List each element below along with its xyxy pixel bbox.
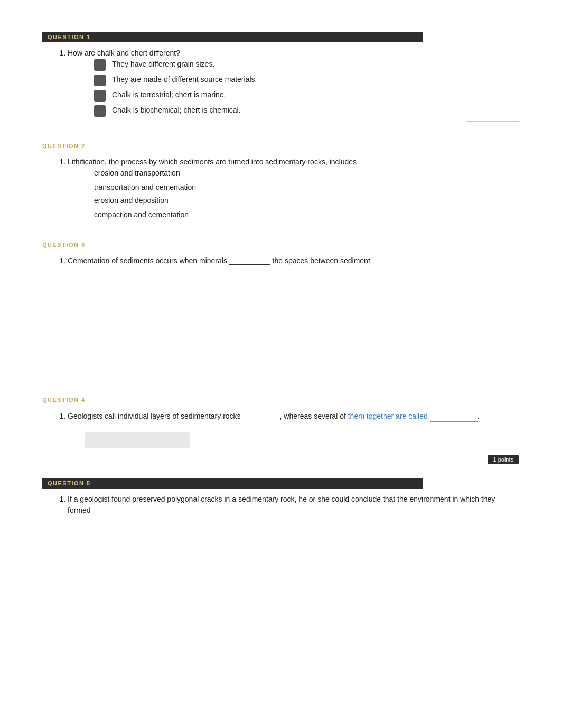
question-5-text: If a geologist found preserved polygonal… bbox=[68, 495, 495, 514]
q1-radio-c[interactable] bbox=[94, 90, 106, 102]
question-1-list: How are chalk and chert different? They … bbox=[58, 48, 519, 117]
question-4-header: QUESTION 4 bbox=[42, 394, 519, 405]
question-4-content: Geologists call individual layers of sed… bbox=[42, 410, 519, 448]
question-4-block: QUESTION 4 Geologists call individual la… bbox=[42, 394, 519, 459]
q1-radio-a[interactable] bbox=[94, 59, 106, 71]
question-5-block: QUESTION 5 If a geologist found preserve… bbox=[42, 478, 519, 516]
question-5-item: If a geologist found preserved polygonal… bbox=[68, 494, 519, 516]
question-2-item: Lithification, the process by which sedi… bbox=[68, 156, 519, 220]
q1-option-c-text: Chalk is terrestrial; chert is marine. bbox=[112, 89, 519, 100]
q4-answer-placeholder bbox=[85, 432, 190, 448]
q2-option-c[interactable]: erosion and deposition bbox=[94, 195, 519, 206]
q2-option-b-text: transportation and cementation bbox=[94, 182, 519, 193]
question-3-content: Cementation of sediments occurs when min… bbox=[42, 255, 519, 375]
question-3-answer-area bbox=[58, 270, 519, 375]
q1-option-b[interactable]: They are made of different source materi… bbox=[94, 74, 519, 86]
question-1-content: How are chalk and chert different? They … bbox=[42, 48, 519, 122]
question-2-options: erosion and transportation transportatio… bbox=[68, 168, 519, 220]
q1-option-b-text: They are made of different source materi… bbox=[112, 74, 519, 85]
q2-option-c-text: erosion and deposition bbox=[94, 195, 519, 206]
q1-radio-b[interactable] bbox=[94, 75, 106, 86]
question-2-content: Lithification, the process by which sedi… bbox=[42, 156, 519, 220]
question-3-header: QUESTION 3 bbox=[42, 239, 519, 250]
q1-option-d-text: Chalk is biochemical; chert is chemical. bbox=[112, 105, 519, 116]
question-1-options: They have different grain sizes. They ar… bbox=[68, 59, 519, 117]
q4-highlighted-them: them bbox=[348, 412, 364, 420]
question-3-item: Cementation of sediments occurs when min… bbox=[68, 255, 519, 266]
question-4-list: Geologists call individual layers of sed… bbox=[58, 410, 519, 422]
question-5-header: QUESTION 5 bbox=[42, 478, 519, 489]
question-4-label: QUESTION 4 bbox=[42, 394, 423, 405]
question-3-block: QUESTION 3 Cementation of sediments occu… bbox=[42, 239, 519, 375]
question-1-header: QUESTION 1 bbox=[42, 32, 519, 42]
q4-points-badge: 1 points bbox=[488, 455, 519, 464]
question-1-item: How are chalk and chert different? They … bbox=[68, 48, 519, 117]
q2-option-a-text: erosion and transportation bbox=[94, 168, 519, 179]
question-1-text: How are chalk and chert different? bbox=[68, 49, 180, 57]
q1-radio-d[interactable] bbox=[94, 105, 106, 117]
question-3-label: QUESTION 3 bbox=[42, 239, 423, 250]
question-2-list: Lithification, the process by which sedi… bbox=[58, 156, 519, 220]
question-4-text: Geologists call individual layers of sed… bbox=[68, 412, 480, 420]
q2-option-d[interactable]: compaction and cementation bbox=[94, 209, 519, 220]
question-5-content: If a geologist found preserved polygonal… bbox=[42, 494, 519, 516]
question-3-text: Cementation of sediments occurs when min… bbox=[68, 256, 370, 265]
q1-option-a-text: They have different grain sizes. bbox=[112, 59, 519, 70]
q4-highlighted-together: together are called bbox=[367, 412, 428, 420]
q4-blank bbox=[430, 410, 478, 422]
question-2-text: Lithification, the process by which sedi… bbox=[68, 158, 357, 166]
q2-option-b[interactable]: transportation and cementation bbox=[94, 182, 519, 193]
question-1-block: QUESTION 1 How are chalk and chert diffe… bbox=[42, 32, 519, 122]
question-3-list: Cementation of sediments occurs when min… bbox=[58, 255, 519, 266]
question-1-label: QUESTION 1 bbox=[42, 32, 423, 42]
q2-option-a[interactable]: erosion and transportation bbox=[94, 168, 519, 179]
question-2-block: QUESTION 2 Lithification, the process by… bbox=[42, 141, 519, 220]
q1-option-c[interactable]: Chalk is terrestrial; chert is marine. bbox=[94, 89, 519, 102]
question-2-header: QUESTION 2 bbox=[42, 141, 519, 151]
q2-option-d-text: compaction and cementation bbox=[94, 209, 519, 220]
q1-divider bbox=[466, 121, 519, 122]
q1-option-a[interactable]: They have different grain sizes. bbox=[94, 59, 519, 71]
question-2-label: QUESTION 2 bbox=[42, 141, 423, 151]
question-5-label: QUESTION 5 bbox=[42, 478, 423, 489]
q1-option-d[interactable]: Chalk is biochemical; chert is chemical. bbox=[94, 105, 519, 117]
question-5-list: If a geologist found preserved polygonal… bbox=[58, 494, 519, 516]
question-4-item: Geologists call individual layers of sed… bbox=[68, 410, 519, 422]
